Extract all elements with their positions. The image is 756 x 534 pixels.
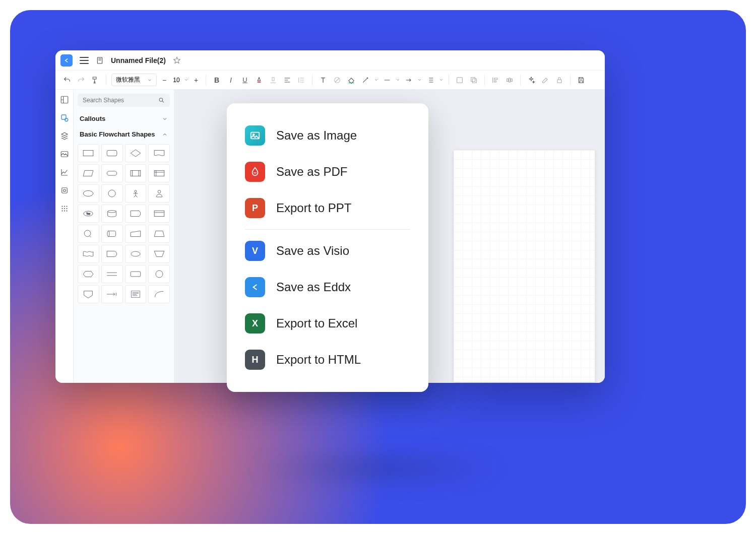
export-label: Export to HTML (276, 353, 361, 367)
bold-button[interactable]: B (211, 75, 222, 86)
svg-rect-3 (472, 79, 476, 83)
font-color-button[interactable] (254, 75, 265, 86)
connector-button[interactable] (360, 75, 371, 86)
export-save-as-image[interactable]: Save as Image (245, 117, 410, 154)
shape-card[interactable] (148, 205, 170, 223)
svg-rect-41 (131, 272, 141, 277)
rail-image-icon[interactable] (59, 149, 70, 159)
shape-hexagon[interactable] (78, 265, 99, 283)
shape-parallelogram[interactable] (78, 164, 99, 182)
underline-button[interactable]: U (239, 75, 250, 86)
shape-arc[interactable] (148, 285, 170, 303)
export-save-as-pdf[interactable]: Save as PDF (245, 154, 410, 190)
arrow-style-button[interactable] (403, 75, 414, 86)
font-family-select[interactable]: 微软雅黑 (111, 74, 157, 86)
shape-cylinder-h[interactable] (101, 225, 123, 243)
list-button[interactable] (425, 75, 436, 86)
font-size-increase[interactable]: + (192, 76, 201, 85)
shape-circle[interactable] (101, 184, 123, 203)
menu-icon[interactable] (80, 57, 89, 64)
fill-color-button[interactable] (346, 75, 357, 86)
shape-trapezoid[interactable] (148, 225, 170, 243)
svg-point-19 (64, 208, 65, 209)
shape-person[interactable] (148, 184, 170, 203)
shape-offpage[interactable] (78, 285, 99, 303)
shape-lens[interactable] (125, 245, 147, 263)
shape-comment[interactable] (78, 225, 99, 243)
redo-button[interactable] (76, 75, 87, 86)
shape-trapezoid2[interactable] (148, 245, 170, 263)
shape-rounded-rect[interactable] (101, 144, 123, 162)
copy-button[interactable] (468, 75, 479, 86)
save-button[interactable] (576, 75, 587, 86)
category-callouts[interactable]: Callouts (78, 111, 170, 126)
undo-button[interactable] (61, 75, 73, 86)
chevron-down-icon[interactable] (396, 78, 400, 82)
svg-point-33 (158, 190, 161, 193)
edit-button[interactable] (540, 75, 551, 86)
category-label: Callouts (80, 115, 105, 122)
text-tool-button[interactable]: T (318, 75, 329, 86)
toolbar-separator (570, 75, 571, 85)
highlight-button[interactable] (268, 75, 279, 86)
svg-rect-29 (154, 170, 164, 176)
align-button[interactable] (282, 75, 293, 86)
lock-button[interactable] (554, 75, 565, 86)
search-shapes-box[interactable] (78, 94, 170, 107)
export-to-html[interactable]: H Export to HTML (245, 342, 410, 378)
shape-manual-input[interactable] (125, 225, 147, 243)
shape-parallel-lines[interactable] (101, 265, 123, 283)
export-to-excel[interactable]: X Export to Excel (245, 305, 410, 342)
shape-cylinder[interactable] (101, 205, 123, 223)
chevron-down-icon[interactable] (374, 78, 379, 82)
shape-note[interactable] (125, 285, 147, 303)
app-logo[interactable] (60, 54, 73, 66)
svg-point-42 (156, 271, 163, 278)
italic-button[interactable]: I (225, 75, 236, 86)
shape-stadium[interactable] (101, 164, 123, 182)
shape-button[interactable] (454, 75, 465, 86)
shape-circle2[interactable] (148, 265, 170, 283)
rail-component-icon[interactable] (59, 185, 70, 195)
shape-ellipse[interactable] (78, 184, 99, 203)
svg-point-14 (63, 189, 66, 192)
export-save-as-visio[interactable]: V Save as Visio (245, 233, 410, 269)
rail-grid-icon[interactable] (59, 204, 70, 214)
search-input[interactable] (83, 97, 158, 104)
shape-document[interactable] (148, 144, 170, 162)
line-spacing-button[interactable] (296, 75, 307, 86)
shape-actor[interactable] (125, 184, 147, 203)
favorite-star-icon[interactable] (173, 56, 181, 64)
rail-library-icon[interactable] (59, 131, 70, 141)
shape-rectangle[interactable] (78, 144, 99, 162)
align-left-button[interactable] (490, 75, 501, 86)
image-icon (245, 125, 265, 146)
chevron-down-icon[interactable] (417, 78, 422, 82)
shape-internal-storage[interactable] (148, 164, 170, 182)
shape-display[interactable] (125, 205, 147, 223)
rail-chart-icon[interactable] (59, 167, 70, 177)
chevron-down-icon[interactable] (184, 78, 188, 82)
export-save-as-eddx[interactable]: Save as Eddx (245, 269, 410, 305)
svg-point-31 (108, 190, 115, 197)
shape-arrow[interactable] (101, 285, 123, 303)
distribute-button[interactable] (504, 75, 515, 86)
shape-predefined[interactable] (125, 164, 147, 182)
rail-shapes-icon[interactable] (59, 113, 70, 123)
category-flowchart[interactable]: Basic Flowchart Shapes (78, 126, 170, 142)
chevron-down-icon[interactable] (439, 78, 444, 82)
canvas-page[interactable] (454, 150, 595, 382)
shape-yes[interactable]: Yes (78, 205, 99, 223)
format-painter-button[interactable] (90, 75, 101, 86)
rail-layout-icon[interactable] (59, 95, 70, 105)
export-to-ppt[interactable]: P Export to PPT (245, 190, 410, 226)
shape-rounded-rect2[interactable] (125, 265, 147, 283)
effects-button[interactable] (526, 75, 537, 86)
shape-wave[interactable] (78, 245, 99, 263)
export-label: Export to PPT (276, 201, 351, 215)
shape-bullet[interactable] (101, 245, 123, 263)
no-fill-button[interactable] (332, 75, 343, 86)
font-size-decrease[interactable]: − (160, 76, 169, 85)
shape-diamond[interactable] (125, 144, 147, 162)
line-style-button[interactable] (382, 75, 393, 86)
